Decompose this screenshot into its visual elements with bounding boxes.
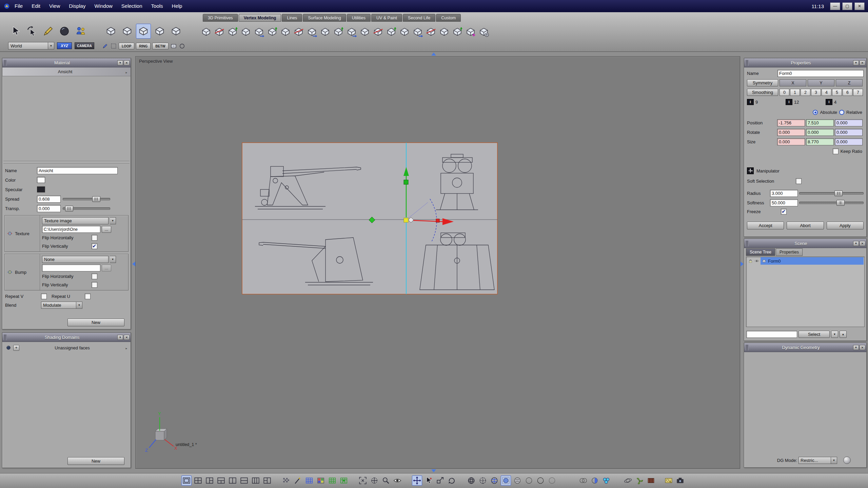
texture-flip-v-checkbox[interactable]: [92, 243, 97, 249]
panel-close-icon[interactable]: [124, 335, 130, 340]
shader-expand-icon[interactable]: [125, 69, 128, 75]
grid-sphere-icon[interactable]: [489, 475, 499, 486]
layout-single-icon[interactable]: [181, 475, 192, 486]
position-y-input[interactable]: [806, 119, 834, 126]
dg-mode-dropdown[interactable]: Restric...: [798, 457, 831, 464]
tree-expand-icon[interactable]: [840, 331, 847, 338]
softness-input[interactable]: [770, 199, 798, 206]
accept-button[interactable]: Accept: [747, 222, 784, 229]
tab-second-life[interactable]: Second Life: [403, 14, 435, 22]
fan-icon[interactable]: [634, 475, 645, 486]
pan-view-icon[interactable]: [369, 475, 379, 486]
bump-mode-dropdown-arrow-icon[interactable]: [110, 256, 116, 263]
panel-grip[interactable]: [745, 241, 749, 246]
soft-selection-icon[interactable]: [169, 24, 183, 39]
panel-close-icon[interactable]: [860, 345, 865, 350]
texture-mode-dropdown[interactable]: Texture image: [42, 217, 108, 224]
transparency-slider[interactable]: [63, 207, 110, 210]
tab-lines[interactable]: Lines: [282, 14, 302, 22]
transparency-slider-handle[interactable]: [65, 206, 73, 211]
add-domain-icon[interactable]: +: [13, 345, 19, 351]
panel-close-icon[interactable]: [860, 241, 865, 246]
thickness-tool-icon[interactable]: [385, 24, 397, 39]
between-button[interactable]: BETW: [152, 43, 168, 49]
dg-mode-dropdown-arrow-icon[interactable]: [831, 457, 837, 464]
scene-search-input[interactable]: [746, 331, 797, 338]
layout-two-horizontal-icon[interactable]: [239, 475, 249, 486]
smooth-tool-icon[interactable]: [279, 24, 292, 39]
shading-new-button[interactable]: New: [67, 457, 124, 465]
symmetry-x-button[interactable]: X: [780, 79, 806, 86]
texture-browse-button[interactable]: ...: [102, 226, 111, 233]
layout-two-vertical-icon[interactable]: [228, 475, 238, 486]
spinner-v-icon[interactable]: ▲▼: [786, 99, 792, 105]
panel-menu-icon[interactable]: [117, 60, 123, 65]
unassigned-faces-item[interactable]: Unassigned faces: [21, 345, 124, 350]
menu-file[interactable]: File: [10, 0, 27, 12]
collapse-left-panel-handle[interactable]: [132, 262, 135, 266]
snap-grid-icon[interactable]: [281, 475, 291, 486]
bump-path-input[interactable]: [42, 264, 100, 271]
size-x-input[interactable]: [777, 138, 805, 145]
menu-view[interactable]: View: [45, 0, 64, 12]
relative-radio[interactable]: [839, 110, 844, 115]
ring-button[interactable]: RING: [136, 43, 151, 49]
transparency-input[interactable]: [37, 205, 61, 212]
tab-utilities[interactable]: Utilities: [347, 14, 371, 22]
grid-blue-icon[interactable]: [304, 475, 314, 486]
menu-window[interactable]: Window: [90, 0, 117, 12]
texture-mode-dropdown-arrow-icon[interactable]: [110, 217, 116, 224]
offset-tool-icon[interactable]: [398, 24, 411, 39]
tessellate-tool-icon[interactable]: [200, 24, 212, 39]
smoothing-1-button[interactable]: 1: [790, 89, 800, 96]
size-z-input[interactable]: [835, 138, 863, 145]
weld-tool-icon[interactable]: [359, 24, 371, 39]
magnet-add-tool-icon[interactable]: [465, 24, 477, 39]
texture-flip-h-checkbox[interactable]: [92, 235, 97, 241]
specular-swatch[interactable]: [37, 186, 45, 192]
extrude-edge-tool-icon[interactable]: [253, 24, 265, 39]
node-lock-icon[interactable]: [748, 258, 753, 264]
smoothing-7-button[interactable]: 7: [853, 89, 863, 96]
symmetry-button[interactable]: Symmetry: [747, 79, 778, 86]
extrude-surface-tool-icon[interactable]: [226, 24, 239, 39]
size-y-input[interactable]: [806, 138, 834, 145]
menu-tools[interactable]: Tools: [147, 0, 167, 12]
scene-panel-header[interactable]: Scene: [744, 239, 866, 248]
dg-sphere-icon[interactable]: [843, 456, 851, 464]
orbit-spheres-icon[interactable]: [623, 475, 633, 486]
select-translate-icon[interactable]: [423, 475, 434, 486]
manipulator-icon[interactable]: [747, 167, 754, 174]
radius-slider[interactable]: [799, 192, 864, 195]
color-swatch[interactable]: [37, 177, 45, 183]
spread-input[interactable]: [37, 196, 61, 203]
collapse-top-handle[interactable]: [431, 53, 436, 56]
bridge-tool-icon[interactable]: [306, 24, 318, 39]
menu-display[interactable]: Display: [64, 0, 90, 12]
shaded-box-icon[interactable]: [501, 475, 511, 486]
smoothing-4-button[interactable]: 4: [822, 89, 831, 96]
fit-view-icon[interactable]: [358, 475, 368, 486]
tree-row-form0[interactable]: Form0: [746, 257, 864, 265]
minimize-icon[interactable]: —: [830, 2, 840, 10]
grid-green-icon[interactable]: [327, 475, 337, 486]
symmetry-tool-icon[interactable]: [438, 24, 450, 39]
close-icon[interactable]: ✕: [854, 2, 865, 10]
material-sphere-tool-icon[interactable]: [57, 24, 72, 39]
material-new-button[interactable]: New: [67, 319, 124, 326]
shading-panel-header[interactable]: Shading Domains: [2, 333, 131, 342]
collapse-right-panel-handle[interactable]: [741, 262, 744, 266]
menu-edit[interactable]: Edit: [27, 0, 45, 12]
tab-custom[interactable]: Custom: [436, 14, 461, 22]
tab-surface-modeling[interactable]: Surface Modeling: [303, 14, 346, 22]
viewport[interactable]: Y Z X Perspective View untitled_1 *: [135, 56, 740, 469]
smoothing-2-button[interactable]: 2: [801, 89, 810, 96]
domain-expand-icon[interactable]: [125, 345, 128, 350]
position-z-input[interactable]: [835, 119, 863, 126]
panel-grip[interactable]: [3, 334, 7, 340]
radius-slider-handle[interactable]: [834, 190, 843, 196]
layout-quad-icon[interactable]: [193, 475, 203, 486]
keep-ratio-checkbox[interactable]: [833, 148, 839, 154]
repeat-u-checkbox[interactable]: [85, 293, 91, 299]
grid-green-fill-icon[interactable]: [339, 475, 349, 486]
